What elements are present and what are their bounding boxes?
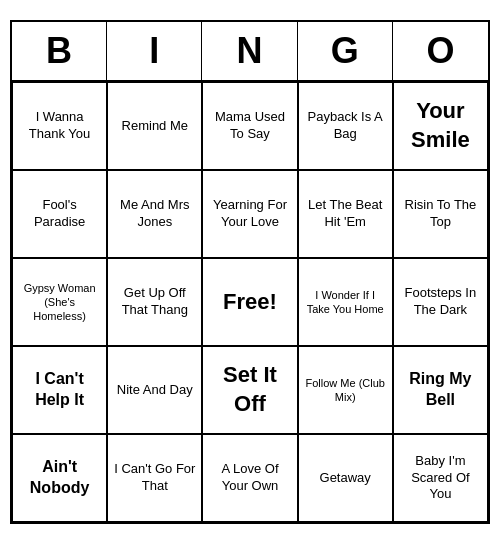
bingo-cell: Me And Mrs Jones: [107, 170, 202, 258]
header-letter: B: [12, 22, 107, 80]
bingo-cell: Let The Beat Hit 'Em: [298, 170, 393, 258]
bingo-cell: Your Smile: [393, 82, 488, 170]
header-letter: I: [107, 22, 202, 80]
header-letter: N: [202, 22, 297, 80]
bingo-cell: Get Up Off That Thang: [107, 258, 202, 346]
bingo-cell: I Wonder If I Take You Home: [298, 258, 393, 346]
bingo-cell: Set It Off: [202, 346, 297, 434]
bingo-cell: Follow Me (Club Mix): [298, 346, 393, 434]
bingo-cell: Remind Me: [107, 82, 202, 170]
bingo-cell: Gypsy Woman (She's Homeless): [12, 258, 107, 346]
bingo-cell: Payback Is A Bag: [298, 82, 393, 170]
bingo-cell: A Love Of Your Own: [202, 434, 297, 522]
bingo-cell: Mama Used To Say: [202, 82, 297, 170]
bingo-cell: I Wanna Thank You: [12, 82, 107, 170]
bingo-header: BINGO: [12, 22, 488, 82]
bingo-cell: Ain't Nobody: [12, 434, 107, 522]
bingo-cell: Free!: [202, 258, 297, 346]
bingo-cell: I Can't Help It: [12, 346, 107, 434]
bingo-cell: Fool's Paradise: [12, 170, 107, 258]
bingo-cell: Ring My Bell: [393, 346, 488, 434]
header-letter: O: [393, 22, 488, 80]
bingo-cell: I Can't Go For That: [107, 434, 202, 522]
bingo-cell: Baby I'm Scared Of You: [393, 434, 488, 522]
bingo-cell: Yearning For Your Love: [202, 170, 297, 258]
bingo-cell: Footsteps In The Dark: [393, 258, 488, 346]
bingo-grid: I Wanna Thank YouRemind MeMama Used To S…: [12, 82, 488, 522]
bingo-cell: Nite And Day: [107, 346, 202, 434]
header-letter: G: [298, 22, 393, 80]
bingo-cell: Risin To The Top: [393, 170, 488, 258]
bingo-card: BINGO I Wanna Thank YouRemind MeMama Use…: [10, 20, 490, 524]
bingo-cell: Getaway: [298, 434, 393, 522]
